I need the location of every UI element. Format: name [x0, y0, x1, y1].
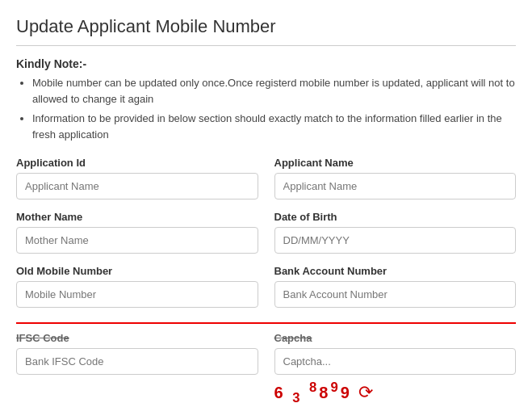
note-title: Kindly Note:-	[16, 57, 516, 70]
field-applicant-name-right: Applicant Name	[274, 157, 517, 200]
form-grid: Application Id Applicant Name Mother Nam…	[16, 157, 516, 418]
field-ifsc-code: IFSC Code	[16, 332, 258, 406]
input-applicant-name-right[interactable]	[274, 173, 517, 200]
refresh-icon[interactable]: ⟳	[358, 382, 373, 403]
title-divider	[16, 45, 516, 46]
field-application-id: Application Id	[16, 157, 258, 200]
input-application-id[interactable]	[16, 173, 258, 200]
field-old-mobile-number: Old Mobile Number	[16, 265, 258, 308]
label-bank-account-number: Bank Account Number	[274, 265, 517, 277]
label-ifsc-code: IFSC Code	[16, 332, 258, 344]
note-item-2: Information to be provided in below sect…	[32, 111, 516, 142]
label-mother-name: Mother Name	[16, 211, 258, 223]
note-item-1: Mobile number can be updated only once.O…	[32, 75, 516, 107]
label-applicant-name-right: Applicant Name	[274, 157, 517, 169]
field-bank-account-number: Bank Account Number	[274, 265, 517, 308]
input-old-mobile-number[interactable]	[16, 281, 258, 308]
label-old-mobile-number: Old Mobile Number	[16, 265, 258, 277]
label-application-id: Application Id	[16, 157, 258, 169]
input-ifsc-code[interactable]	[16, 348, 258, 375]
label-date-of-birth: Date of Birth	[274, 211, 517, 223]
red-divider	[16, 322, 516, 324]
field-mother-name: Mother Name	[16, 211, 258, 254]
ifsc-label-text: IFSC Code	[16, 332, 69, 344]
field-date-of-birth: Date of Birth	[274, 211, 517, 254]
note-section: Kindly Note:- Mobile number can be updat…	[16, 57, 516, 142]
input-captcha[interactable]	[274, 348, 517, 375]
captcha-display: 6 3 8899	[274, 380, 352, 406]
captcha-label-text: Capcha	[274, 332, 312, 344]
label-captcha: Capcha	[274, 332, 517, 344]
input-mother-name[interactable]	[16, 227, 258, 254]
input-bank-account-number[interactable]	[274, 281, 517, 308]
field-captcha: Capcha 6 3 8899 ⟳	[274, 332, 517, 406]
page-title: Update Applicant Mobile Number	[16, 16, 516, 37]
captcha-image-area: 6 3 8899 ⟳	[274, 380, 517, 406]
note-list: Mobile number can be updated only once.O…	[16, 75, 516, 142]
input-date-of-birth[interactable]	[274, 227, 517, 254]
